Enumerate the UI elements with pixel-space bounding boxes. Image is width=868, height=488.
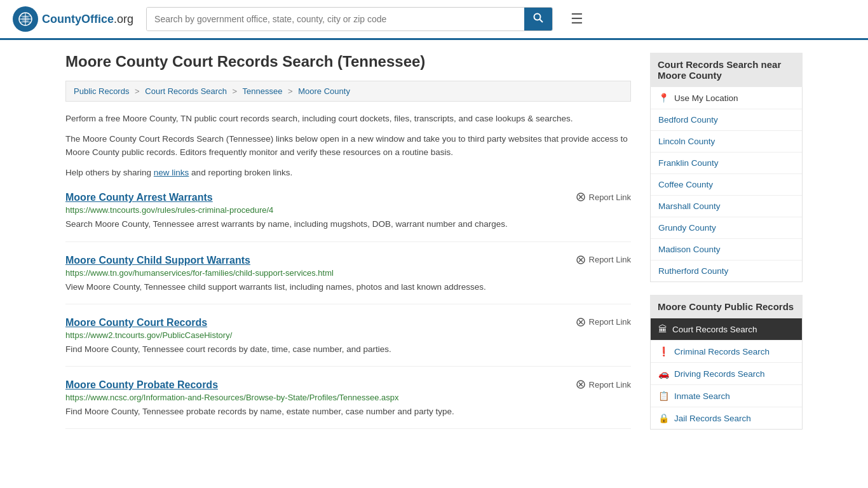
report-link[interactable]: Report Link <box>576 255 631 265</box>
breadcrumb-tennessee[interactable]: Tennessee <box>243 86 283 96</box>
public-records-item: 📋 Inmate Search <box>651 385 802 407</box>
pr-label: Jail Records Search <box>674 414 751 423</box>
public-records-link[interactable]: ❗ Criminal Records Search <box>651 341 802 362</box>
breadcrumb-public-records[interactable]: Public Records <box>74 86 129 96</box>
use-location-link[interactable]: 📍 Use My Location <box>651 87 802 109</box>
nearby-rutherford: Rutherford County <box>651 261 802 281</box>
madison-county-link[interactable]: Madison County <box>651 239 802 260</box>
result-url: https://www.ncsc.org/Information-and-Res… <box>65 393 631 402</box>
sidebar: Court Records Search near Moore County 📍… <box>650 53 803 442</box>
result-desc: View Moore County, Tennessee child suppo… <box>65 281 631 294</box>
pr-icon: 🏛 <box>658 324 667 334</box>
pr-label: Driving Records Search <box>674 369 765 379</box>
pr-icon: 🚗 <box>658 369 669 379</box>
report-icon <box>576 255 586 265</box>
franklin-county-link[interactable]: Franklin County <box>651 152 802 173</box>
public-records-link[interactable]: 🏛 Court Records Search <box>651 318 802 340</box>
result-url: https://www.tn.gov/humanservices/for-fam… <box>65 268 631 278</box>
nearby-madison: Madison County <box>651 239 802 261</box>
search-bar <box>146 7 553 31</box>
page-title: Moore County Court Records Search (Tenne… <box>65 53 631 71</box>
pr-icon: ❗ <box>658 346 669 356</box>
nearby-franklin: Franklin County <box>651 152 802 174</box>
svg-point-3 <box>534 14 541 20</box>
result-header: Moore County Court Records Report Link <box>65 317 631 329</box>
report-link-label: Report Link <box>589 255 631 264</box>
logo-icon <box>13 6 38 32</box>
public-records-link[interactable]: 🚗 Driving Records Search <box>651 363 802 384</box>
pr-label: Inmate Search <box>674 391 730 401</box>
bedford-county-link[interactable]: Bedford County <box>651 109 802 130</box>
description-3-post: and reporting broken links. <box>189 168 292 177</box>
site-header: CountyOffice.org ☰ <box>0 0 868 40</box>
pr-icon: 📋 <box>658 391 669 401</box>
report-icon <box>576 317 586 327</box>
public-records-item: 🏛 Court Records Search <box>651 318 802 341</box>
report-link-label: Report Link <box>589 193 631 202</box>
result-title-link[interactable]: Moore County Probate Records <box>65 379 218 391</box>
nearby-coffee: Coffee County <box>651 174 802 196</box>
report-icon <box>576 379 586 390</box>
new-links-link[interactable]: new links <box>154 168 189 177</box>
result-item: Moore County Child Support Warrants Repo… <box>65 255 631 304</box>
result-item: Moore County Probate Records Report Link… <box>65 379 631 429</box>
pr-label: Criminal Records Search <box>674 347 770 356</box>
breadcrumb-moore-county[interactable]: Moore County <box>298 86 350 96</box>
breadcrumb-sep1: > <box>135 86 140 96</box>
description-1: Perform a free Moore County, TN public c… <box>65 112 631 126</box>
nearby-section-header: Court Records Search near Moore County <box>650 53 803 87</box>
breadcrumb-sep3: > <box>288 86 293 96</box>
use-location-item: 📍 Use My Location <box>651 87 802 109</box>
result-header: Moore County Probate Records Report Link <box>65 379 631 391</box>
main-content: Moore County Court Records Search (Tenne… <box>65 53 631 442</box>
lincoln-county-link[interactable]: Lincoln County <box>651 131 802 152</box>
public-records-item: ❗ Criminal Records Search <box>651 341 802 363</box>
breadcrumb-court-records-search[interactable]: Court Records Search <box>145 86 227 96</box>
marshall-county-link[interactable]: Marshall County <box>651 196 802 217</box>
result-header: Moore County Arrest Warrants Report Link <box>65 192 631 203</box>
public-records-item: 🚗 Driving Records Search <box>651 363 802 385</box>
location-icon: 📍 <box>658 93 669 103</box>
nearby-marshall: Marshall County <box>651 196 802 217</box>
pr-label: Court Records Search <box>672 325 757 334</box>
report-link-label: Report Link <box>589 317 631 327</box>
result-item: Moore County Court Records Report Link h… <box>65 317 631 367</box>
public-records-list: 🏛 Court Records Search ❗ Criminal Record… <box>650 318 803 430</box>
page-container: Moore County Court Records Search (Tenne… <box>53 40 815 455</box>
result-title-link[interactable]: Moore County Court Records <box>65 317 207 329</box>
result-desc: Find Moore County, Tennessee probate rec… <box>65 405 631 418</box>
description-3-pre: Help others by sharing <box>65 168 154 177</box>
breadcrumb: Public Records > Court Records Search > … <box>65 81 631 102</box>
svg-line-4 <box>540 20 543 23</box>
logo-link[interactable]: CountyOffice.org <box>13 6 133 32</box>
result-url: https://www.tncourts.gov/rules/rules-cri… <box>65 205 631 215</box>
report-link-label: Report Link <box>589 380 631 390</box>
nearby-bedford: Bedford County <box>651 109 802 131</box>
report-link[interactable]: Report Link <box>576 379 631 390</box>
nearby-grundy: Grundy County <box>651 217 802 239</box>
logo-text: CountyOffice.org <box>42 13 133 26</box>
pr-icon: 🔒 <box>658 413 669 423</box>
description-3: Help others by sharing new links and rep… <box>65 166 631 180</box>
search-button[interactable] <box>524 8 552 30</box>
result-title-link[interactable]: Moore County Child Support Warrants <box>65 255 250 266</box>
rutherford-county-link[interactable]: Rutherford County <box>651 261 802 281</box>
description-2: The Moore County Court Records Search (T… <box>65 132 631 159</box>
report-link[interactable]: Report Link <box>576 317 631 327</box>
result-url: https://www2.tncourts.gov/PublicCaseHist… <box>65 330 631 340</box>
public-records-section-header: Moore County Public Records <box>650 295 803 318</box>
search-input[interactable] <box>147 8 524 30</box>
grundy-county-link[interactable]: Grundy County <box>651 217 802 238</box>
menu-button[interactable]: ☰ <box>566 8 588 30</box>
report-icon <box>576 192 586 202</box>
result-desc: Find Moore County, Tennessee court recor… <box>65 343 631 356</box>
results-container: Moore County Arrest Warrants Report Link… <box>65 192 631 429</box>
public-records-link[interactable]: 🔒 Jail Records Search <box>651 407 802 429</box>
result-item: Moore County Arrest Warrants Report Link… <box>65 192 631 241</box>
public-records-link[interactable]: 📋 Inmate Search <box>651 385 802 407</box>
report-link[interactable]: Report Link <box>576 192 631 202</box>
coffee-county-link[interactable]: Coffee County <box>651 174 802 195</box>
public-records-item: 🔒 Jail Records Search <box>651 407 802 429</box>
result-title-link[interactable]: Moore County Arrest Warrants <box>65 192 213 203</box>
nearby-counties-list: 📍 Use My Location Bedford County Lincoln… <box>650 87 803 282</box>
